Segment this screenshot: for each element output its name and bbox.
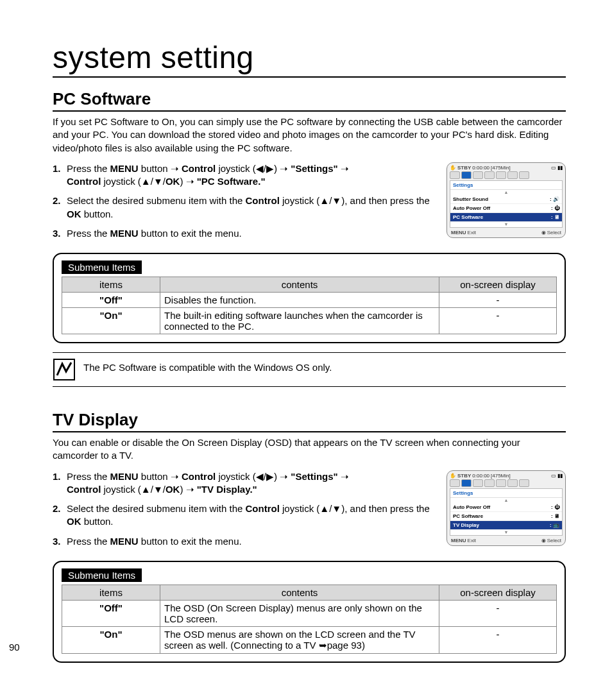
osd-select: ◉ Select (541, 230, 561, 235)
osd-illustration-tv-display: ✋ STBY 0:00:00 [475Min] ▭ ▮▮ Settings ▲ … (446, 470, 566, 546)
step-number: 3. (53, 227, 67, 240)
osd-tab-active (461, 171, 472, 179)
submenu-table-tv-display: Submenu Items items contents on-screen d… (53, 561, 566, 663)
step-1-body: Press the MENU button ➝ Control joystick… (67, 470, 436, 497)
triangle-left-icon: ◀ (256, 162, 264, 175)
triangle-down-icon: ▼ (153, 175, 163, 188)
col-contents: contents (160, 277, 439, 293)
osd-tab (507, 479, 518, 487)
col-osd: on-screen display (439, 585, 557, 600)
osd-menu-item-selected: TV Display: 📺 (450, 521, 562, 530)
step-2-body: Select the desired submenu item with the… (67, 194, 436, 221)
step-2-body: Select the desired submenu item with the… (67, 502, 436, 529)
hand-icon: ✋ (450, 165, 456, 171)
tv-display-steps: 1. Press the MENU button ➝ Control joyst… (53, 470, 436, 554)
submenu-table-pc-software: Submenu Items items contents on-screen d… (53, 253, 566, 343)
osd-tab (496, 479, 506, 487)
section-pc-software-title: PC Software (53, 89, 566, 112)
step-3-body: Press the MENU button to exit the menu. (67, 227, 436, 240)
battery-icon: ▭ ▮▮ (551, 165, 563, 171)
battery-icon: ▭ ▮▮ (551, 473, 563, 479)
submenu-items-label: Submenu Items (62, 568, 142, 582)
col-items: items (62, 277, 160, 293)
scroll-down-icon: ▼ (450, 530, 562, 535)
osd-menu-exit: MENU Exit (451, 538, 476, 543)
col-osd: on-screen display (439, 277, 557, 293)
osd-tab (519, 171, 529, 179)
osd-tab (519, 479, 529, 487)
osd-menu-item: PC Software: 🖥 (450, 512, 562, 521)
osd-tab (450, 479, 460, 487)
step-3-body: Press the MENU button to exit the menu. (67, 535, 436, 548)
scroll-down-icon: ▼ (450, 222, 562, 227)
step-number: 1. (53, 162, 67, 189)
col-items: items (62, 585, 160, 600)
page-number: 90 (9, 642, 20, 653)
submenu-items-label: Submenu Items (62, 260, 142, 274)
pc-software-intro: If you set PC Software to On, you can si… (53, 115, 566, 155)
page-title: system setting (53, 40, 566, 78)
table-row: "On" The OSD menus are shown on the LCD … (62, 626, 557, 653)
osd-settings-header: Settings (450, 489, 562, 498)
osd-menu-item-selected: PC Software: 🖥 (450, 213, 562, 222)
osd-tab (507, 171, 518, 179)
step-number: 1. (53, 470, 67, 497)
osd-tab (473, 479, 483, 487)
osd-select: ◉ Select (541, 538, 561, 543)
osd-illustration-pc-software: ✋ STBY 0:00:00 [475Min] ▭ ▮▮ Settings ▲ … (446, 162, 566, 238)
triangle-right-icon: ▶ (266, 162, 274, 175)
hand-icon: ✋ (450, 473, 456, 479)
table-row: "On" The built-in editing software launc… (62, 308, 557, 334)
step-1-body: Press the MENU button ➝ Control joystick… (67, 162, 436, 189)
step-number: 3. (53, 535, 67, 548)
scroll-up-icon: ▲ (450, 190, 562, 195)
osd-menu-exit: MENU Exit (451, 230, 476, 235)
tv-display-intro: You can enable or disable the On Screen … (53, 436, 566, 463)
osd-tab (450, 171, 460, 179)
osd-tab (484, 171, 495, 179)
section-tv-display-title: TV Display (53, 410, 566, 432)
table-row: "Off" The OSD (On Screen Display) menus … (62, 600, 557, 626)
note-icon (53, 358, 76, 381)
osd-menu-item: Shutter Sound: 🔊 (450, 195, 562, 204)
osd-tab (496, 171, 506, 179)
scroll-up-icon: ▲ (450, 498, 562, 503)
osd-tab (484, 479, 495, 487)
step-number: 2. (53, 194, 67, 221)
osd-menu-item: Auto Power Off: ⏻ (450, 503, 562, 512)
osd-menu-item: Auto Power Off: ⏻ (450, 204, 562, 213)
osd-tab-active (461, 479, 472, 487)
osd-settings-header: Settings (450, 181, 562, 190)
triangle-up-icon: ▲ (141, 175, 151, 188)
pc-software-steps: 1. Press the MENU button ➝ Control joyst… (53, 162, 436, 246)
step-number: 2. (53, 502, 67, 529)
col-contents: contents (160, 585, 439, 600)
table-row: "Off" Disables the function. - (62, 293, 557, 308)
note-text: The PC Software is compatible with the W… (83, 358, 332, 373)
osd-tab (473, 171, 483, 179)
